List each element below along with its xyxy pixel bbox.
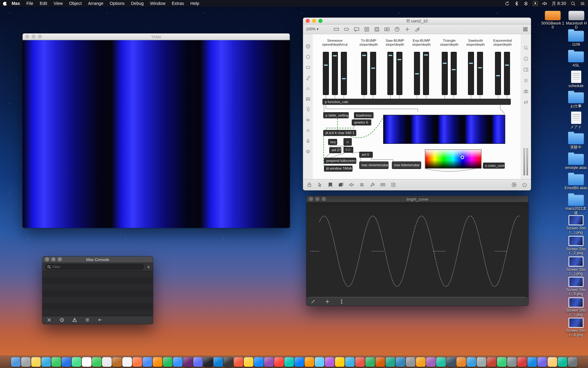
minimize-button[interactable] xyxy=(51,257,55,261)
dock-app-icon[interactable] xyxy=(183,357,193,367)
dock-app-icon[interactable] xyxy=(507,357,517,367)
dock-app-icon[interactable] xyxy=(132,357,142,367)
dock-app-icon[interactable] xyxy=(345,357,355,367)
dock-app-icon[interactable] xyxy=(142,357,152,367)
object-s-color-cont[interactable]: s color_cont xyxy=(483,163,505,169)
desktop-icon[interactable]: お仕事 xyxy=(564,91,588,108)
close-button[interactable] xyxy=(45,257,49,261)
notification-center-icon[interactable] xyxy=(580,1,585,6)
object-key[interactable]: key xyxy=(328,139,337,145)
record-circle-icon[interactable] xyxy=(305,55,310,59)
zoom-button[interactable] xyxy=(322,197,326,201)
sequencer-icon[interactable] xyxy=(305,86,310,91)
mixer-icon[interactable] xyxy=(523,100,528,105)
desktop-icon[interactable]: 500GBwork 10 xyxy=(541,9,564,29)
dock-app-icon[interactable] xyxy=(375,357,385,367)
snippet-flag-icon[interactable] xyxy=(328,182,333,187)
desktop-icon[interactable]: ASL xyxy=(564,50,588,67)
rows-icon[interactable] xyxy=(85,318,90,322)
audio-note-icon[interactable] xyxy=(305,75,310,80)
minimize-button[interactable] xyxy=(312,19,316,23)
goto-object-icon[interactable] xyxy=(98,318,103,322)
slider[interactable] xyxy=(468,52,474,95)
dock-app-icon[interactable] xyxy=(41,357,51,367)
desktop-icon[interactable]: Screen Shot…5.png xyxy=(564,275,588,296)
desktop-icon[interactable]: macs2021支援 xyxy=(564,193,588,215)
dock-app-icon[interactable] xyxy=(213,357,223,367)
dock-app-icon[interactable] xyxy=(395,357,405,367)
object-jit-window-tana[interactable]: jit.window TANA xyxy=(324,166,352,172)
dock-app-icon[interactable] xyxy=(557,357,567,367)
dock-app-icon[interactable] xyxy=(527,357,537,367)
matrix-icon[interactable] xyxy=(391,182,396,187)
draw-tool-icon[interactable] xyxy=(311,299,315,304)
dock-app-icon[interactable] xyxy=(405,357,415,367)
menu-file[interactable]: File xyxy=(26,1,33,6)
dock-app-icon[interactable] xyxy=(92,357,101,367)
clear-console-icon[interactable] xyxy=(47,318,51,322)
zoom-button[interactable] xyxy=(38,35,42,39)
dock-app-icon[interactable] xyxy=(456,357,466,367)
menu-object[interactable]: Object xyxy=(69,1,82,6)
dock-app-icon[interactable] xyxy=(335,357,345,367)
dock-app-icon[interactable] xyxy=(355,357,365,367)
send-icon[interactable] xyxy=(415,26,420,32)
desktop-icon[interactable]: 1106 xyxy=(564,29,588,47)
color-swatch[interactable] xyxy=(425,149,481,168)
close-button[interactable] xyxy=(25,35,29,39)
speaker-icon[interactable] xyxy=(305,117,310,122)
dock-app-icon[interactable] xyxy=(102,357,111,367)
console-titlebar[interactable]: Max Console xyxy=(42,256,153,263)
pointer-icon[interactable] xyxy=(317,182,322,187)
dock-app-icon[interactable] xyxy=(233,357,243,367)
swatch-cursor[interactable] xyxy=(461,155,464,159)
dock-app-icon[interactable] xyxy=(153,357,162,367)
dock-app-icon[interactable] xyxy=(274,357,284,367)
menu-extras[interactable]: Extras xyxy=(172,1,184,6)
dock-app-icon[interactable] xyxy=(497,357,507,367)
slider[interactable] xyxy=(504,52,510,95)
panel-icon[interactable] xyxy=(305,65,310,70)
dock-app-icon[interactable] xyxy=(21,357,31,367)
console-list-icon[interactable] xyxy=(523,78,528,83)
menu-help[interactable]: Help xyxy=(190,1,199,6)
close-button[interactable] xyxy=(306,19,310,23)
dock-app-icon[interactable] xyxy=(294,357,304,367)
object-sel-27[interactable]: sel 27 xyxy=(329,147,341,153)
dock-app-icon[interactable] xyxy=(315,357,324,367)
desktop-icon[interactable]: Macintosh HD xyxy=(565,9,588,29)
keyboard-icon[interactable] xyxy=(380,182,386,187)
desktop-icon[interactable]: schedule xyxy=(564,70,588,88)
desktop-icon[interactable]: EmotiBit alias xyxy=(564,173,588,190)
object-prepend-fullscreen[interactable]: prepend fullscreen xyxy=(324,158,356,164)
slider[interactable] xyxy=(387,52,394,95)
window-layers-icon[interactable] xyxy=(338,182,343,187)
menu-view[interactable]: View xyxy=(54,1,63,6)
slider[interactable] xyxy=(361,52,367,95)
dock-app-icon[interactable] xyxy=(325,357,334,367)
error-warning-icon[interactable] xyxy=(72,318,77,322)
patcher-canvas[interactable]: p function_calc p table_setting loadmess… xyxy=(313,34,520,179)
dock-app-icon[interactable] xyxy=(31,357,41,367)
dock-app-icon[interactable] xyxy=(517,357,527,367)
close-button[interactable] xyxy=(309,197,313,201)
dock-app-icon[interactable] xyxy=(537,357,547,367)
dock-app-icon[interactable] xyxy=(173,357,183,367)
slider[interactable] xyxy=(442,52,448,95)
apple-menu-icon[interactable] xyxy=(3,1,7,6)
dock-app-icon[interactable] xyxy=(365,357,375,367)
dock-app-icon[interactable] xyxy=(477,357,486,367)
slider[interactable] xyxy=(414,52,420,95)
message-max-showmenubar[interactable]: max showmenubar xyxy=(359,162,389,169)
toggle-box[interactable] xyxy=(344,138,352,146)
slider[interactable] xyxy=(477,52,483,95)
dock-app-icon[interactable] xyxy=(11,357,21,367)
slider[interactable] xyxy=(341,52,347,95)
bluetooth-icon[interactable] xyxy=(514,1,519,6)
slider[interactable] xyxy=(495,52,501,95)
desktop-icon[interactable]: Screen Shot…).png xyxy=(564,255,588,275)
slider[interactable] xyxy=(396,52,402,95)
help-icon[interactable] xyxy=(394,26,400,32)
menu-max[interactable]: Max xyxy=(12,1,20,6)
button-icon[interactable] xyxy=(374,26,379,32)
